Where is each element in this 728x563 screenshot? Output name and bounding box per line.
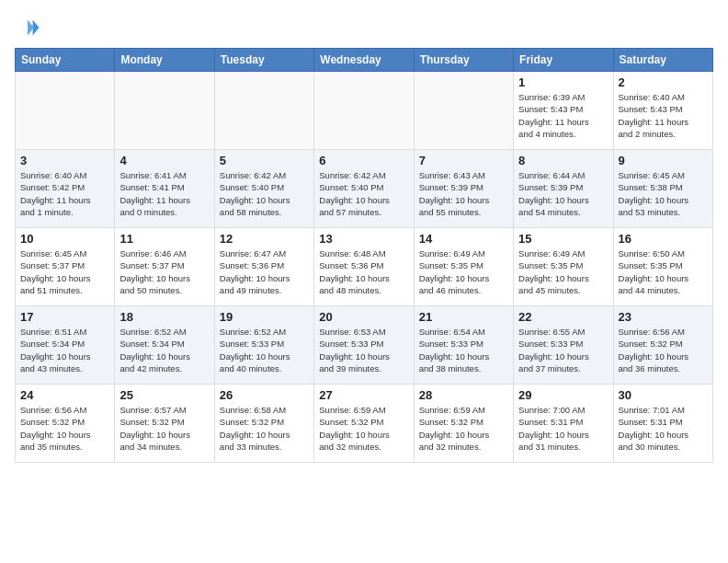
day-info: Sunrise: 7:01 AM Sunset: 5:31 PM Dayligh… (619, 404, 708, 453)
day-info: Sunrise: 6:52 AM Sunset: 5:33 PM Dayligh… (220, 326, 309, 374)
week-row: 1Sunrise: 6:39 AM Sunset: 5:43 PM Daylig… (16, 72, 713, 150)
day-number: 15 (518, 232, 608, 246)
day-info: Sunrise: 7:00 AM Sunset: 5:31 PM Dayligh… (518, 404, 608, 453)
day-info: Sunrise: 6:42 AM Sunset: 5:40 PM Dayligh… (319, 169, 408, 218)
day-number: 9 (619, 154, 708, 167)
calendar-cell: 13Sunrise: 6:48 AM Sunset: 5:36 PM Dayli… (314, 228, 414, 306)
day-info: Sunrise: 6:46 AM Sunset: 5:37 PM Dayligh… (119, 247, 209, 296)
week-row: 10Sunrise: 6:45 AM Sunset: 5:37 PM Dayli… (16, 228, 713, 306)
day-info: Sunrise: 6:39 AM Sunset: 5:43 PM Dayligh… (518, 91, 608, 140)
day-number: 22 (518, 310, 608, 324)
calendar-header-row: SundayMondayTuesdayWednesdayThursdayFrid… (16, 49, 713, 72)
calendar-cell: 4Sunrise: 6:41 AM Sunset: 5:41 PM Daylig… (115, 150, 214, 228)
day-info: Sunrise: 6:40 AM Sunset: 5:42 PM Dayligh… (20, 169, 109, 218)
day-info: Sunrise: 6:49 AM Sunset: 5:35 PM Dayligh… (518, 247, 608, 296)
day-info: Sunrise: 6:56 AM Sunset: 5:32 PM Dayligh… (20, 404, 109, 453)
day-info: Sunrise: 6:55 AM Sunset: 5:33 PM Dayligh… (518, 326, 608, 374)
day-number: 30 (619, 388, 708, 402)
calendar-cell: 27Sunrise: 6:59 AM Sunset: 5:32 PM Dayli… (314, 385, 414, 463)
day-number: 20 (319, 310, 408, 324)
logo (15, 15, 44, 40)
calendar-cell: 11Sunrise: 6:46 AM Sunset: 5:37 PM Dayli… (115, 228, 214, 306)
day-header-tuesday: Tuesday (214, 49, 313, 72)
calendar-cell: 20Sunrise: 6:53 AM Sunset: 5:33 PM Dayli… (314, 306, 414, 385)
day-number: 27 (319, 388, 408, 402)
calendar-cell: 15Sunrise: 6:49 AM Sunset: 5:35 PM Dayli… (514, 228, 613, 306)
week-row: 24Sunrise: 6:56 AM Sunset: 5:32 PM Dayli… (16, 385, 713, 463)
day-info: Sunrise: 6:59 AM Sunset: 5:32 PM Dayligh… (419, 404, 508, 453)
day-header-friday: Friday (514, 49, 613, 72)
day-number: 11 (119, 232, 209, 246)
day-number: 25 (119, 388, 209, 402)
day-number: 19 (220, 310, 309, 324)
day-number: 13 (319, 232, 408, 246)
calendar-cell: 24Sunrise: 6:56 AM Sunset: 5:32 PM Dayli… (16, 385, 115, 463)
week-row: 17Sunrise: 6:51 AM Sunset: 5:34 PM Dayli… (16, 306, 713, 385)
day-number: 16 (619, 232, 708, 246)
day-number: 18 (119, 310, 209, 324)
day-header-wednesday: Wednesday (314, 49, 414, 72)
day-number: 26 (220, 388, 309, 402)
day-number: 12 (220, 232, 309, 246)
day-number: 1 (518, 75, 608, 89)
calendar-cell: 8Sunrise: 6:44 AM Sunset: 5:39 PM Daylig… (514, 150, 613, 228)
day-info: Sunrise: 6:56 AM Sunset: 5:32 PM Dayligh… (619, 326, 708, 374)
calendar-cell: 17Sunrise: 6:51 AM Sunset: 5:34 PM Dayli… (16, 306, 115, 385)
day-info: Sunrise: 6:51 AM Sunset: 5:34 PM Dayligh… (20, 326, 109, 374)
day-number: 28 (419, 388, 508, 402)
day-info: Sunrise: 6:59 AM Sunset: 5:32 PM Dayligh… (319, 404, 408, 453)
calendar-cell: 28Sunrise: 6:59 AM Sunset: 5:32 PM Dayli… (414, 385, 513, 463)
calendar-cell: 19Sunrise: 6:52 AM Sunset: 5:33 PM Dayli… (214, 306, 313, 385)
calendar-cell: 12Sunrise: 6:47 AM Sunset: 5:36 PM Dayli… (214, 228, 313, 306)
calendar-cell: 14Sunrise: 6:49 AM Sunset: 5:35 PM Dayli… (414, 228, 513, 306)
day-info: Sunrise: 6:41 AM Sunset: 5:41 PM Dayligh… (119, 169, 209, 218)
day-number: 5 (220, 154, 309, 167)
day-info: Sunrise: 6:58 AM Sunset: 5:32 PM Dayligh… (220, 404, 309, 453)
day-info: Sunrise: 6:52 AM Sunset: 5:34 PM Dayligh… (119, 326, 209, 374)
calendar-cell: 7Sunrise: 6:43 AM Sunset: 5:39 PM Daylig… (414, 150, 513, 228)
calendar-cell: 25Sunrise: 6:57 AM Sunset: 5:32 PM Dayli… (115, 385, 214, 463)
day-info: Sunrise: 6:57 AM Sunset: 5:32 PM Dayligh… (119, 404, 209, 453)
day-number: 2 (619, 75, 708, 89)
day-header-monday: Monday (115, 49, 214, 72)
day-info: Sunrise: 6:48 AM Sunset: 5:36 PM Dayligh… (319, 247, 408, 296)
calendar-cell: 22Sunrise: 6:55 AM Sunset: 5:33 PM Dayli… (514, 306, 613, 385)
day-info: Sunrise: 6:40 AM Sunset: 5:43 PM Dayligh… (619, 91, 708, 140)
calendar-cell: 18Sunrise: 6:52 AM Sunset: 5:34 PM Dayli… (115, 306, 214, 385)
day-info: Sunrise: 6:45 AM Sunset: 5:37 PM Dayligh… (20, 247, 109, 296)
day-info: Sunrise: 6:50 AM Sunset: 5:35 PM Dayligh… (619, 247, 708, 296)
day-number: 8 (518, 154, 608, 167)
calendar-cell: 6Sunrise: 6:42 AM Sunset: 5:40 PM Daylig… (314, 150, 414, 228)
day-info: Sunrise: 6:47 AM Sunset: 5:36 PM Dayligh… (220, 247, 309, 296)
day-number: 3 (20, 154, 109, 167)
calendar-cell: 26Sunrise: 6:58 AM Sunset: 5:32 PM Dayli… (214, 385, 313, 463)
calendar-cell (16, 72, 115, 150)
day-number: 21 (419, 310, 508, 324)
day-info: Sunrise: 6:45 AM Sunset: 5:38 PM Dayligh… (619, 169, 708, 218)
day-number: 10 (20, 232, 109, 246)
calendar-cell (214, 72, 313, 150)
day-number: 17 (20, 310, 109, 324)
day-header-saturday: Saturday (613, 49, 712, 72)
day-info: Sunrise: 6:42 AM Sunset: 5:40 PM Dayligh… (220, 169, 309, 218)
calendar-cell: 5Sunrise: 6:42 AM Sunset: 5:40 PM Daylig… (214, 150, 313, 228)
calendar-table: SundayMondayTuesdayWednesdayThursdayFrid… (15, 48, 713, 463)
day-number: 24 (20, 388, 109, 402)
day-number: 23 (619, 310, 708, 324)
calendar-cell: 16Sunrise: 6:50 AM Sunset: 5:35 PM Dayli… (613, 228, 712, 306)
calendar-cell: 3Sunrise: 6:40 AM Sunset: 5:42 PM Daylig… (16, 150, 115, 228)
calendar-cell (314, 72, 414, 150)
calendar-cell: 23Sunrise: 6:56 AM Sunset: 5:32 PM Dayli… (613, 306, 712, 385)
calendar-cell: 30Sunrise: 7:01 AM Sunset: 5:31 PM Dayli… (613, 385, 712, 463)
week-row: 3Sunrise: 6:40 AM Sunset: 5:42 PM Daylig… (16, 150, 713, 228)
day-info: Sunrise: 6:54 AM Sunset: 5:33 PM Dayligh… (419, 326, 508, 374)
day-number: 14 (419, 232, 508, 246)
calendar-cell: 2Sunrise: 6:40 AM Sunset: 5:43 PM Daylig… (613, 72, 712, 150)
day-header-thursday: Thursday (414, 49, 513, 72)
day-number: 4 (119, 154, 209, 167)
day-info: Sunrise: 6:49 AM Sunset: 5:35 PM Dayligh… (419, 247, 508, 296)
day-info: Sunrise: 6:43 AM Sunset: 5:39 PM Dayligh… (419, 169, 508, 218)
logo-icon (15, 15, 40, 40)
calendar-cell: 29Sunrise: 7:00 AM Sunset: 5:31 PM Dayli… (514, 385, 613, 463)
calendar-cell: 10Sunrise: 6:45 AM Sunset: 5:37 PM Dayli… (16, 228, 115, 306)
